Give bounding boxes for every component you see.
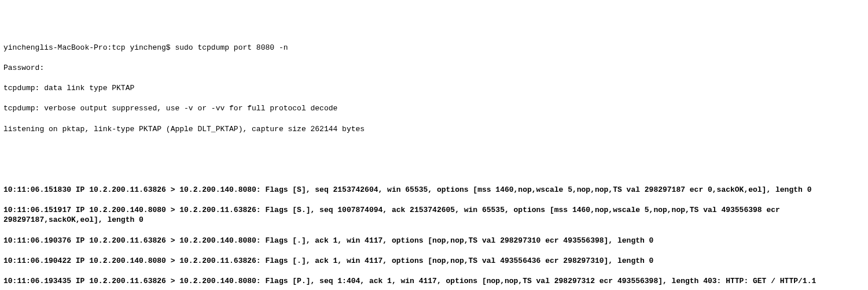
packet-line: 10:11:06.190422 IP 10.2.200.140.8080 > 1… — [3, 256, 865, 266]
password-prompt[interactable]: Password: — [3, 63, 865, 73]
tcpdump-msg: listening on pktap, link-type PKTAP (App… — [3, 124, 865, 135]
tcpdump-msg: tcpdump: verbose output suppressed, use … — [3, 103, 865, 114]
packet-line: 10:11:06.151917 IP 10.2.200.140.8080 > 1… — [3, 205, 865, 225]
packet-line: 10:11:06.151830 IP 10.2.200.11.63826 > 1… — [3, 185, 865, 195]
packet-line: 10:11:06.193435 IP 10.2.200.11.63826 > 1… — [3, 276, 865, 287]
blank-line — [3, 144, 865, 155]
tcpdump-msg: tcpdump: data link type PKTAP — [3, 83, 865, 94]
blank-line — [3, 165, 865, 175]
terminal-prompt: yinchenglis-MacBook-Pro:tcp yincheng$ su… — [3, 43, 865, 53]
packet-line: 10:11:06.190376 IP 10.2.200.11.63826 > 1… — [3, 236, 865, 246]
